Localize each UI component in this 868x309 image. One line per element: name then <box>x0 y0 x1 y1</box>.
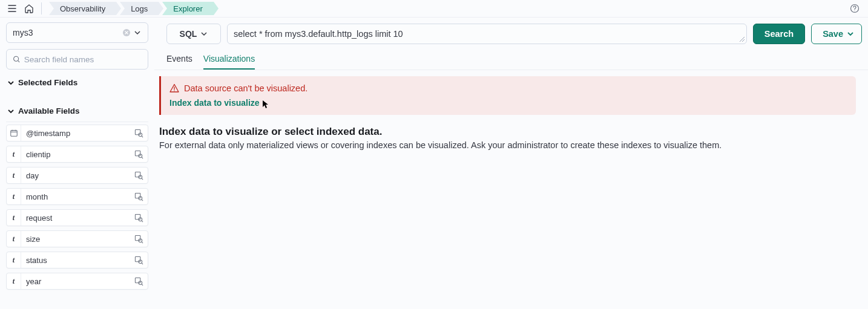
inspect-icon <box>134 213 143 223</box>
text-type-icon: t <box>7 273 21 289</box>
sidebar: mys3 Selected Fields Available Fields @t… <box>0 18 154 309</box>
svg-rect-14 <box>135 235 140 240</box>
field-inspect-button[interactable] <box>132 275 145 288</box>
breadcrumb: Observability Logs Explorer <box>49 2 214 15</box>
text-type-icon: t <box>7 189 21 204</box>
field-item[interactable]: tday <box>6 167 148 184</box>
topbar-right <box>847 1 868 16</box>
help-icon <box>850 4 860 13</box>
field-name-label: year <box>21 277 132 286</box>
datasource-name: mys3 <box>13 28 121 37</box>
home-button[interactable] <box>22 1 36 16</box>
callout-header: Data source can't be visualized. <box>169 83 847 93</box>
tab-events[interactable]: Events <box>166 50 192 70</box>
chevron-down-icon <box>134 29 141 36</box>
search-button[interactable]: Search <box>753 24 805 44</box>
datasource-chevron[interactable] <box>132 27 143 38</box>
search-button-label: Search <box>764 29 794 39</box>
chevron-down-icon <box>7 79 15 86</box>
svg-rect-6 <box>135 151 140 155</box>
inspect-icon <box>134 277 143 286</box>
help-button[interactable] <box>847 1 862 16</box>
field-search-input[interactable] <box>24 55 142 64</box>
field-name-label: size <box>21 235 132 244</box>
inspect-icon <box>134 129 143 138</box>
breadcrumb-observability[interactable]: Observability <box>49 2 116 15</box>
main-layout: mys3 Selected Fields Available Fields @t… <box>0 17 868 309</box>
search-icon <box>13 55 21 63</box>
field-name-label: request <box>21 213 132 223</box>
inspect-icon <box>134 192 143 201</box>
selected-fields-header[interactable]: Selected Fields <box>6 78 148 87</box>
field-name-label: month <box>21 192 132 201</box>
callout-title: Data source can't be visualized. <box>184 83 307 93</box>
svg-rect-10 <box>135 193 140 198</box>
calendar-icon <box>7 125 21 141</box>
field-item[interactable]: tsize <box>6 230 148 247</box>
selected-fields-label: Selected Fields <box>18 78 77 87</box>
field-inspect-button[interactable] <box>132 148 145 161</box>
field-inspect-button[interactable] <box>132 211 145 224</box>
text-type-icon: t <box>7 146 21 162</box>
inspect-icon <box>134 150 143 159</box>
field-list: @timestamptclientiptdaytmonthtrequesttsi… <box>6 125 148 294</box>
warning-icon <box>169 83 179 93</box>
field-name-label: @timestamp <box>21 129 132 138</box>
inspect-icon <box>134 256 143 265</box>
field-item[interactable]: tyear <box>6 273 148 290</box>
home-icon <box>24 4 34 13</box>
svg-rect-12 <box>135 214 140 219</box>
save-button-label: Save <box>823 29 843 39</box>
empty-state-title: Index data to visualize or select indexe… <box>159 126 856 138</box>
field-item[interactable]: tclientip <box>6 146 148 163</box>
field-item[interactable]: tmonth <box>6 188 148 205</box>
field-name-label: day <box>21 171 132 180</box>
menu-icon <box>7 4 17 13</box>
breadcrumb-explorer[interactable]: Explorer <box>162 2 213 15</box>
text-type-icon: t <box>7 252 21 268</box>
svg-rect-3 <box>10 131 17 137</box>
text-type-icon: t <box>7 168 21 183</box>
index-data-link[interactable]: Index data to visualize <box>169 98 847 108</box>
text-type-icon: t <box>7 210 21 226</box>
field-item[interactable]: tstatus <box>6 252 148 268</box>
datasource-select[interactable]: mys3 <box>6 22 148 43</box>
field-item[interactable]: @timestamp <box>6 125 148 141</box>
svg-rect-18 <box>135 278 140 282</box>
divider <box>6 122 148 122</box>
field-search[interactable] <box>6 49 148 70</box>
tab-visualizations[interactable]: Visualizations <box>203 50 255 70</box>
field-item[interactable]: trequest <box>6 209 148 226</box>
breadcrumb-logs[interactable]: Logs <box>120 2 159 15</box>
query-input-wrap <box>227 24 747 44</box>
field-inspect-button[interactable] <box>132 190 145 203</box>
empty-state-body: For external data only materialized view… <box>159 140 856 150</box>
hamburger-menu-button[interactable] <box>5 1 19 16</box>
field-inspect-button[interactable] <box>132 126 145 140</box>
chevron-down-icon <box>200 30 208 37</box>
topbar-left: Observability Logs Explorer <box>0 1 214 16</box>
available-fields-label: Available Fields <box>18 106 80 115</box>
field-inspect-button[interactable] <box>132 253 145 267</box>
inspect-icon <box>134 171 143 180</box>
available-fields-header[interactable]: Available Fields <box>6 106 148 115</box>
result-tabs: Events Visualizations <box>154 50 868 70</box>
query-bar: SQL Search Save <box>154 18 868 50</box>
error-callout: Data source can't be visualized. Index d… <box>159 76 856 115</box>
svg-point-2 <box>14 56 19 61</box>
top-bar: Observability Logs Explorer <box>0 0 868 17</box>
language-label: SQL <box>180 29 197 39</box>
chevron-down-icon <box>7 108 15 115</box>
clear-datasource-button[interactable] <box>121 27 132 38</box>
save-button[interactable]: Save <box>811 24 862 44</box>
content-area: SQL Search Save Events Visualizations Da… <box>154 18 868 309</box>
text-type-icon: t <box>7 231 21 247</box>
svg-rect-8 <box>135 172 140 177</box>
query-input[interactable] <box>227 24 747 44</box>
field-name-label: status <box>21 256 132 265</box>
field-inspect-button[interactable] <box>132 169 145 182</box>
field-name-label: clientip <box>21 150 132 159</box>
field-inspect-button[interactable] <box>132 232 145 246</box>
language-select[interactable]: SQL <box>166 24 221 44</box>
inspect-icon <box>134 235 143 244</box>
